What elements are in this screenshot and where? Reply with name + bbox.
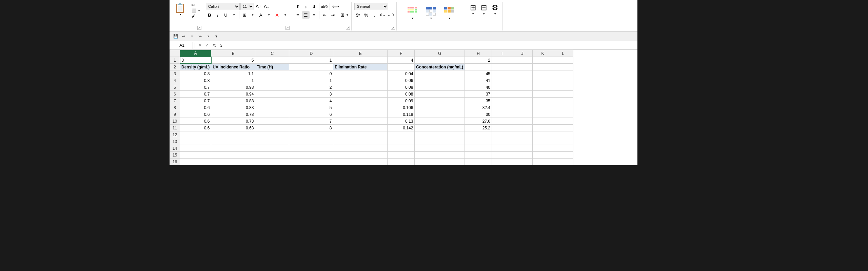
table-cell[interactable]: [465, 64, 492, 70]
table-cell[interactable]: 0.7: [180, 91, 211, 98]
table-cell[interactable]: [492, 111, 512, 118]
table-cell[interactable]: [333, 111, 388, 118]
table-cell[interactable]: 0.09: [388, 98, 415, 104]
table-cell[interactable]: [533, 118, 553, 125]
table-cell[interactable]: 1.1: [211, 70, 255, 77]
table-cell[interactable]: [388, 64, 415, 70]
table-cell[interactable]: [333, 84, 388, 91]
table-cell[interactable]: [533, 70, 553, 77]
table-cell[interactable]: [492, 104, 512, 111]
italic-button[interactable]: I: [214, 11, 221, 19]
increase-decimal-button[interactable]: .0→: [379, 11, 386, 19]
table-cell[interactable]: [255, 145, 289, 152]
confirm-formula-button[interactable]: ✓: [204, 42, 210, 48]
table-cell[interactable]: [492, 118, 512, 125]
font-size-select[interactable]: 11: [240, 3, 254, 10]
table-cell[interactable]: [553, 64, 573, 70]
table-cell[interactable]: 41: [465, 77, 492, 84]
table-cell[interactable]: [492, 125, 512, 131]
table-cell[interactable]: 0.6: [180, 125, 211, 131]
table-cell[interactable]: 1: [211, 77, 255, 84]
table-cell[interactable]: [533, 131, 553, 138]
header-col-e[interactable]: E: [333, 50, 388, 57]
table-cell[interactable]: [492, 152, 512, 159]
cell-styles-dropdown[interactable]: ▾: [449, 17, 450, 20]
header-col-i[interactable]: I: [492, 50, 512, 57]
table-cell[interactable]: 0.7: [180, 98, 211, 104]
table-cell[interactable]: [255, 118, 289, 125]
table-cell[interactable]: [415, 57, 465, 64]
table-cell[interactable]: [415, 111, 465, 118]
undo-button[interactable]: ↩: [180, 33, 187, 40]
table-cell[interactable]: [512, 98, 533, 104]
border-button[interactable]: ⊞: [241, 11, 248, 19]
table-cell[interactable]: [211, 159, 255, 165]
undo-dropdown[interactable]: ▾: [189, 33, 195, 40]
table-cell[interactable]: 5: [211, 57, 255, 64]
table-cell[interactable]: [553, 104, 573, 111]
table-cell[interactable]: [553, 77, 573, 84]
table-cell[interactable]: [211, 145, 255, 152]
table-cell[interactable]: [415, 104, 465, 111]
table-cell[interactable]: 0.6: [180, 104, 211, 111]
table-cell[interactable]: Time (H): [255, 64, 289, 70]
table-cell[interactable]: [333, 118, 388, 125]
table-cell[interactable]: 1: [289, 77, 333, 84]
table-cell[interactable]: [465, 138, 492, 145]
text-direction-button[interactable]: ab↻: [321, 3, 328, 10]
table-cell[interactable]: [512, 159, 533, 165]
table-cell[interactable]: [180, 138, 211, 145]
table-cell[interactable]: [553, 145, 573, 152]
table-cell[interactable]: [533, 145, 553, 152]
table-cell[interactable]: [180, 131, 211, 138]
header-col-c[interactable]: C: [255, 50, 289, 57]
currency-button[interactable]: $▾: [354, 11, 362, 19]
table-cell[interactable]: [512, 91, 533, 98]
table-cell[interactable]: [492, 84, 512, 91]
table-cell[interactable]: [533, 104, 553, 111]
table-cell[interactable]: [553, 131, 573, 138]
table-cell[interactable]: 0.68: [211, 125, 255, 131]
table-cell[interactable]: [388, 159, 415, 165]
table-cell[interactable]: [333, 70, 388, 77]
font-family-select[interactable]: Calibri: [206, 3, 240, 10]
table-cell[interactable]: [180, 152, 211, 159]
table-cell[interactable]: [388, 152, 415, 159]
percent-button[interactable]: %: [362, 11, 370, 19]
table-cell[interactable]: [465, 152, 492, 159]
table-cell[interactable]: [255, 159, 289, 165]
conditional-formatting-button[interactable]: ▾: [405, 6, 421, 21]
table-cell[interactable]: [492, 131, 512, 138]
alignment-expander[interactable]: ↗: [346, 26, 350, 30]
table-cell[interactable]: 0.04: [388, 70, 415, 77]
table-cell[interactable]: 4: [289, 98, 333, 104]
table-cell[interactable]: [512, 77, 533, 84]
format-dropdown[interactable]: ▾: [494, 12, 496, 16]
align-center-button[interactable]: ☰: [302, 11, 310, 19]
table-cell[interactable]: [255, 84, 289, 91]
table-cell[interactable]: [465, 145, 492, 152]
number-expander[interactable]: ↗: [391, 26, 395, 30]
table-cell[interactable]: [289, 152, 333, 159]
table-cell[interactable]: [289, 159, 333, 165]
table-cell[interactable]: [333, 159, 388, 165]
table-cell[interactable]: [415, 145, 465, 152]
table-cell[interactable]: [415, 118, 465, 125]
table-cell[interactable]: 0.98: [211, 84, 255, 91]
table-cell[interactable]: [512, 111, 533, 118]
table-cell[interactable]: [553, 159, 573, 165]
redo-button[interactable]: ↪: [197, 33, 203, 40]
table-cell[interactable]: [388, 145, 415, 152]
table-cell[interactable]: [255, 77, 289, 84]
table-cell[interactable]: [553, 138, 573, 145]
comma-button[interactable]: ,: [371, 11, 378, 19]
table-cell[interactable]: [492, 57, 512, 64]
table-cell[interactable]: 0.06: [388, 77, 415, 84]
table-cell[interactable]: [415, 131, 465, 138]
align-top-button[interactable]: ⬆: [294, 3, 301, 10]
cancel-formula-button[interactable]: ✕: [197, 42, 203, 48]
table-cell[interactable]: 0.106: [388, 104, 415, 111]
table-cell[interactable]: 0.118: [388, 111, 415, 118]
table-cell[interactable]: [388, 138, 415, 145]
table-cell[interactable]: 0.6: [180, 111, 211, 118]
